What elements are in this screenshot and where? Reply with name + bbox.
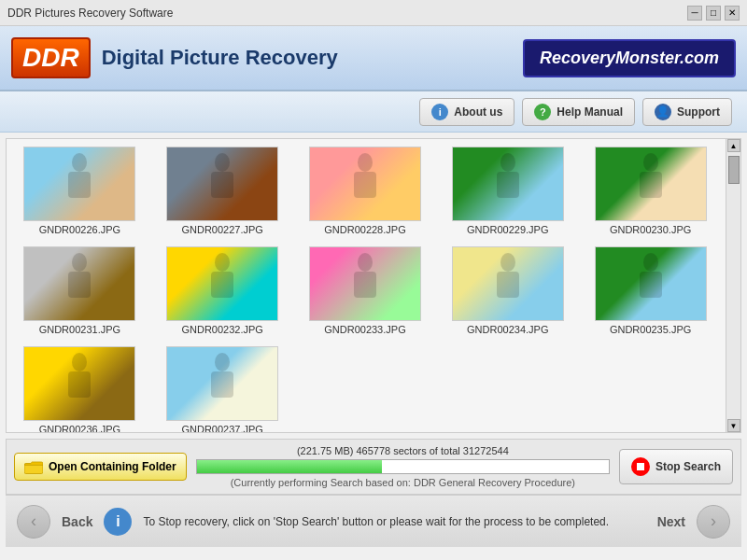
photo-item-10[interactable]: GNDR00236.JPG (14, 346, 146, 433)
title-bar: DDR Pictures Recovery Software ─ □ ✕ (0, 0, 747, 26)
photo-label-9: GNDR00235.JPG (610, 324, 691, 335)
folder-icon (24, 459, 43, 474)
progress-fill (197, 460, 383, 473)
progress-text: (221.75 MB) 465778 sectors of total 3127… (196, 445, 610, 456)
photo-thumb-5 (23, 246, 135, 321)
photo-thumb-7 (309, 246, 421, 321)
svg-rect-15 (354, 272, 376, 298)
photo-label-6: GNDR00232.JPG (181, 324, 262, 335)
progress-section: (221.75 MB) 465778 sectors of total 3127… (196, 445, 610, 488)
photo-label-7: GNDR00233.JPG (324, 324, 405, 335)
photo-thumb-9 (595, 246, 707, 321)
svg-rect-17 (497, 272, 519, 298)
ddr-logo: DDR (11, 37, 91, 78)
photo-grid: GNDR00226.JPGGNDR00227.JPGGNDR00228.JPGG… (14, 147, 733, 433)
svg-point-22 (215, 353, 230, 371)
photo-thumb-10 (23, 346, 135, 421)
support-label: Support (677, 105, 720, 119)
app-header: DDR Digital Picture Recovery RecoveryMon… (0, 26, 747, 91)
progress-bar (196, 459, 610, 474)
photo-label-10: GNDR00236.JPG (39, 424, 120, 433)
photo-gallery: GNDR00226.JPGGNDR00227.JPGGNDR00228.JPGG… (6, 138, 741, 433)
photo-label-2: GNDR00228.JPG (324, 224, 405, 235)
photo-label-8: GNDR00234.JPG (467, 324, 548, 335)
open-folder-button[interactable]: Open Containing Folder (14, 453, 187, 481)
svg-point-8 (643, 153, 658, 172)
photo-item-7[interactable]: GNDR00233.JPG (300, 246, 431, 335)
photo-thumb-2 (309, 147, 421, 221)
svg-point-0 (72, 153, 87, 172)
photo-item-3[interactable]: GNDR00229.JPG (442, 147, 573, 235)
back-label: Back (62, 514, 92, 529)
help-label: Help Manual (557, 105, 623, 119)
close-button[interactable]: ✕ (725, 6, 740, 21)
photo-item-6[interactable]: GNDR00232.JPG (157, 246, 289, 335)
photo-item-1[interactable]: GNDR00227.JPG (157, 147, 289, 235)
photo-item-5[interactable]: GNDR00231.JPG (14, 246, 146, 335)
photo-label-3: GNDR00229.JPG (467, 224, 548, 235)
photo-thumb-1 (166, 147, 278, 221)
svg-rect-9 (640, 172, 662, 198)
scroll-up-button[interactable]: ▲ (727, 139, 740, 152)
brand-label: RecoveryMonster.com (523, 39, 736, 77)
svg-point-6 (500, 153, 515, 172)
photo-thumb-6 (166, 246, 278, 321)
stop-square (637, 463, 644, 470)
about-label: About us (454, 105, 502, 119)
svg-rect-1 (68, 172, 91, 198)
help-manual-button[interactable]: ? Help Manual (522, 98, 635, 126)
open-folder-label: Open Containing Folder (49, 460, 176, 473)
photo-thumb-8 (452, 246, 564, 321)
svg-rect-3 (211, 172, 233, 198)
photo-label-4: GNDR00230.JPG (610, 224, 691, 235)
progress-subtext: (Currently performing Search based on: D… (196, 477, 610, 488)
photo-label-11: GNDR00237.JPG (181, 424, 262, 433)
photo-thumb-4 (595, 147, 707, 221)
photo-label-0: GNDR00226.JPG (39, 224, 120, 235)
photo-item-0[interactable]: GNDR00226.JPG (14, 147, 146, 235)
support-icon: 👤 (655, 104, 671, 120)
photo-item-4[interactable]: GNDR00230.JPG (585, 147, 716, 235)
info-circle-icon: i (104, 508, 132, 536)
window-controls: ─ □ ✕ (687, 6, 740, 21)
next-label: Next (657, 514, 685, 529)
svg-rect-7 (497, 172, 519, 198)
svg-point-20 (72, 353, 87, 371)
svg-point-18 (643, 253, 658, 272)
photo-item-9[interactable]: GNDR00235.JPG (585, 246, 716, 335)
svg-point-4 (358, 153, 373, 172)
photo-item-2[interactable]: GNDR00228.JPG (300, 147, 431, 235)
photo-thumb-3 (452, 147, 564, 221)
photo-item-11[interactable]: GNDR00237.JPG (157, 346, 289, 433)
info-icon: i (431, 104, 448, 120)
stop-search-label: Stop Search (655, 460, 721, 473)
about-us-button[interactable]: i About us (419, 98, 514, 126)
svg-rect-13 (211, 272, 233, 298)
svg-point-16 (500, 253, 515, 272)
photo-thumb-0 (23, 147, 135, 221)
photo-item-8[interactable]: GNDR00234.JPG (442, 246, 573, 335)
back-arrow-button[interactable]: ‹ (17, 505, 50, 539)
bottom-bar: ‹ Back i To Stop recovery, click on 'Sto… (6, 495, 741, 547)
svg-point-2 (215, 153, 230, 172)
photo-thumb-11 (166, 346, 278, 421)
next-arrow-button[interactable]: › (697, 505, 730, 539)
svg-rect-11 (68, 272, 91, 298)
scroll-down-button[interactable]: ▼ (727, 419, 740, 432)
minimize-button[interactable]: ─ (687, 6, 702, 21)
scroll-thumb[interactable] (728, 156, 740, 184)
maximize-button[interactable]: □ (706, 6, 721, 21)
stop-search-button[interactable]: Stop Search (619, 449, 733, 484)
bottom-message: To Stop recovery, click on 'Stop Search'… (143, 515, 645, 528)
photo-label-5: GNDR00231.JPG (39, 324, 120, 335)
svg-point-10 (72, 253, 87, 272)
status-bar: Open Containing Folder (221.75 MB) 46577… (6, 439, 741, 495)
app-title: Digital Picture Recovery (102, 46, 523, 70)
window-title: DDR Pictures Recovery Software (7, 7, 687, 20)
svg-rect-19 (640, 272, 662, 298)
support-button[interactable]: 👤 Support (642, 98, 732, 126)
nav-bar: i About us ? Help Manual 👤 Support (0, 91, 747, 133)
scrollbar[interactable]: ▲ ▼ (726, 139, 740, 432)
svg-rect-21 (68, 371, 91, 398)
svg-rect-5 (354, 172, 376, 198)
